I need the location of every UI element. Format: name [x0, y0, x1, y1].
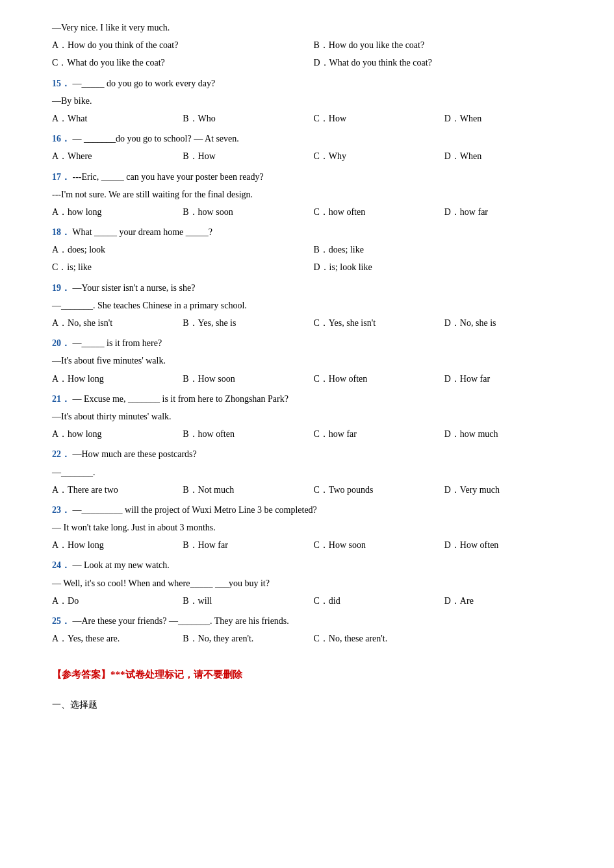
q23-line: 23． —_________ will the project of Wuxi …: [52, 502, 575, 518]
q22-sub: —_______.: [52, 464, 575, 480]
q20-line: 20． —_____ is it from here?: [52, 335, 575, 351]
q19-num: 19．: [52, 283, 70, 293]
q24-A: A．Do: [52, 593, 183, 609]
q15-C: C．How: [314, 110, 444, 127]
q19-B: B．Yes, she is: [183, 315, 313, 331]
q17-options: A．how long B．how soon C．how often D．how …: [52, 204, 575, 220]
q22-line: 22． —How much are these postcards?: [52, 446, 575, 462]
q24-sub: — Well, it's so cool! When and where____…: [52, 575, 575, 591]
q23-A: A．How long: [52, 537, 183, 553]
q18-B: B．does; like: [314, 242, 576, 258]
q18-options-2: C．is; like D．is; look like: [52, 259, 575, 275]
unlabeled-options-2: C．What do you like the coat? D．What do y…: [52, 55, 575, 71]
q15-block: 15． —_____ do you go to work every day? …: [52, 75, 575, 127]
q16-line: 16． — _______do you go to school? — At s…: [52, 130, 575, 147]
q19-sub: —_______. She teaches Chinese in a prima…: [52, 297, 575, 314]
q21-text: — Excuse me, _______ is it from here to …: [73, 394, 288, 404]
q17-line: 17． ---Eric, _____ can you have your pos…: [52, 169, 575, 185]
q20-C: C．How often: [314, 371, 444, 387]
q15-text: —_____ do you go to work every day?: [73, 79, 216, 88]
q20-text: —_____ is it from here?: [73, 338, 162, 348]
q15-options: A．What B．Who C．How D．When: [52, 110, 575, 127]
q15-D: D．When: [444, 110, 575, 127]
q16-C: C．Why: [314, 148, 444, 164]
q23-D: D．How often: [444, 537, 575, 553]
q23-sub: — It won't take long. Just in about 3 mo…: [52, 519, 575, 536]
q24-num: 24．: [52, 560, 70, 570]
q22-B: B．Not much: [183, 482, 313, 498]
unlabeled-options: A．How do you think of the coat? B．How do…: [52, 37, 575, 53]
q18-A: A．does; look: [52, 242, 314, 258]
q21-line: 21． — Excuse me, _______ is it from here…: [52, 391, 575, 407]
q25-C: C．No, these aren't.: [314, 630, 444, 647]
q21-D: D．how much: [444, 426, 575, 442]
q24-C: C．did: [314, 593, 444, 609]
q23-B: B．How far: [183, 537, 313, 553]
option-C: C．What do you like the coat?: [52, 55, 314, 71]
q22-A: A．There are two: [52, 482, 183, 498]
q19-options: A．No, she isn't B．Yes, she is C．Yes, she…: [52, 315, 575, 331]
q21-options: A．how long B．how often C．how far D．how m…: [52, 426, 575, 442]
q18-options: A．does; look B．does; like: [52, 242, 575, 258]
option-B: B．How do you like the coat?: [314, 37, 576, 53]
q25-num: 25．: [52, 616, 70, 626]
q16-A: A．Where: [52, 148, 183, 164]
q24-options: A．Do B．will C．did D．Are: [52, 593, 575, 609]
q21-num: 21．: [52, 394, 70, 404]
q17-C: C．how often: [314, 204, 444, 220]
q18-block: 18． What _____ your dream home _____? A．…: [52, 224, 575, 276]
q24-text: — Look at my new watch.: [73, 560, 170, 570]
q22-D: D．Very much: [444, 482, 575, 498]
q23-options: A．How long B．How far C．How soon D．How of…: [52, 537, 575, 553]
q16-B: B．How: [183, 148, 313, 164]
q23-block: 23． —_________ will the project of Wuxi …: [52, 502, 575, 554]
option-D: D．What do you think the coat?: [314, 55, 576, 71]
q17-B: B．how soon: [183, 204, 313, 220]
q20-sub: —It's about five minutes' walk.: [52, 353, 575, 369]
q18-D: D．is; look like: [314, 259, 576, 275]
q20-num: 20．: [52, 338, 70, 348]
q23-num: 23．: [52, 505, 70, 515]
q16-block: 16． — _______do you go to school? — At s…: [52, 130, 575, 164]
intro-block: —Very nice. I like it very much. A．How d…: [52, 19, 575, 71]
q15-B: B．Who: [183, 110, 313, 127]
option-A: A．How do you think of the coat?: [52, 37, 314, 53]
q25-text: —Are these your friends? —_______. They …: [73, 616, 289, 626]
q24-B: B．will: [183, 593, 313, 609]
q19-D: D．No, she is: [444, 315, 575, 331]
q16-D: D．When: [444, 148, 575, 164]
q16-text: — _______do you go to school? — At seven…: [73, 134, 239, 143]
q23-C: C．How soon: [314, 537, 444, 553]
q15-A: A．What: [52, 110, 183, 127]
answer-title: 【参考答案】***试卷处理标记，请不要删除: [52, 666, 575, 684]
q20-options: A．How long B．How soon C．How often D．How …: [52, 371, 575, 387]
q15-num: 15．: [52, 79, 70, 88]
q15-sub: —By bike.: [52, 93, 575, 109]
q17-A: A．how long: [52, 204, 183, 220]
q25-A: A．Yes, these are.: [52, 630, 183, 647]
q22-C: C．Two pounds: [314, 482, 444, 498]
q21-C: C．how far: [314, 426, 444, 442]
q20-D: D．How far: [444, 371, 575, 387]
q24-line: 24． — Look at my new watch.: [52, 557, 575, 573]
q21-A: A．how long: [52, 426, 183, 442]
q19-text: —Your sister isn't a nurse, is she?: [73, 283, 196, 293]
q19-line: 19． —Your sister isn't a nurse, is she?: [52, 280, 575, 296]
q15-line: 15． —_____ do you go to work every day?: [52, 75, 575, 92]
q18-num: 18．: [52, 227, 70, 237]
page-container: —Very nice. I like it very much. A．How d…: [52, 19, 575, 713]
q18-text: What _____ your dream home _____?: [72, 227, 212, 237]
q22-text: —How much are these postcards?: [73, 449, 197, 459]
q25-line: 25． —Are these your friends? —_______. T…: [52, 613, 575, 629]
q16-num: 16．: [52, 134, 70, 143]
q24-D: D．Are: [444, 593, 575, 609]
q22-block: 22． —How much are these postcards? —____…: [52, 446, 575, 498]
q20-A: A．How long: [52, 371, 183, 387]
q17-text: ---Eric, _____ can you have your poster …: [73, 172, 264, 182]
q24-block: 24． — Look at my new watch. — Well, it's…: [52, 557, 575, 609]
q19-C: C．Yes, she isn't: [314, 315, 444, 331]
q22-num: 22．: [52, 449, 70, 459]
q19-block: 19． —Your sister isn't a nurse, is she? …: [52, 280, 575, 332]
q25-B: B．No, they aren't.: [183, 630, 313, 647]
intro-line: —Very nice. I like it very much.: [52, 19, 575, 36]
